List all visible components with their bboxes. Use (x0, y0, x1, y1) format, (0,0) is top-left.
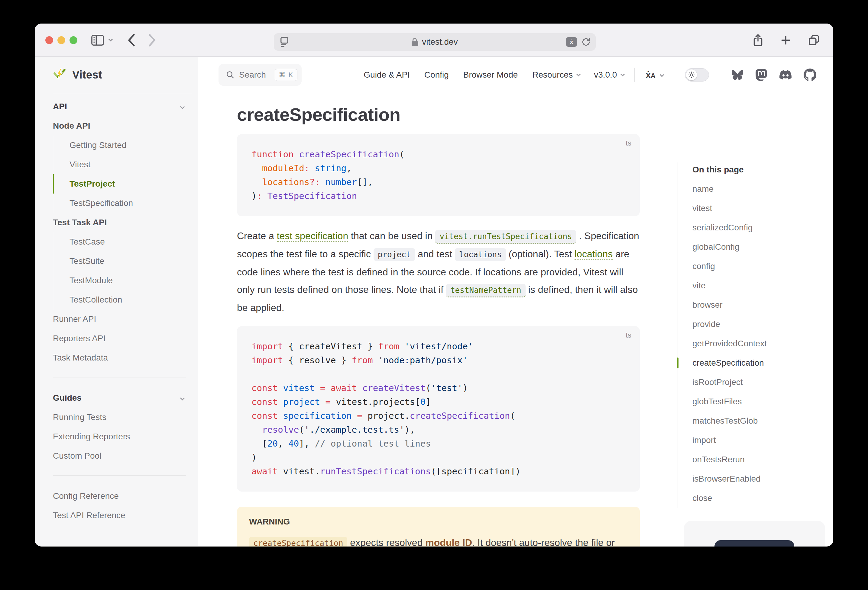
sidebar-item[interactable]: TestModule (53, 271, 186, 290)
toc-item[interactable]: import (692, 431, 823, 450)
sidebar-item[interactable]: API (53, 97, 186, 116)
sidebar-toggle-icon[interactable] (91, 34, 104, 46)
new-tab-icon[interactable] (780, 34, 791, 46)
toc-item[interactable]: browser (692, 295, 823, 315)
inline-link[interactable]: testNamePattern (446, 284, 526, 297)
browser-toolbar: vitest.dev ẋ (35, 24, 833, 57)
sidebar-item[interactable]: Node API (53, 116, 186, 135)
translate-page-icon[interactable]: ẋ (566, 37, 577, 47)
code-block-signature: ts function createSpecification( moduleI… (237, 134, 640, 216)
doc-content: createSpecification ts function createSp… (198, 93, 640, 546)
sidebar-item[interactable]: Custom Pool (53, 446, 186, 466)
url-text[interactable]: vitest.dev (422, 37, 458, 47)
traffic-lights (45, 36, 77, 44)
sidebar-item[interactable]: Config Reference (53, 486, 186, 506)
warning-body: createSpecification expects resolved mod… (249, 534, 628, 546)
toc-item[interactable]: globTestFiles (692, 392, 823, 411)
toc-item[interactable]: vite (692, 276, 823, 295)
reload-icon[interactable] (581, 37, 591, 47)
theme-toggle[interactable] (685, 68, 709, 81)
sidebar-item[interactable]: TestProject (53, 174, 186, 194)
translate-icon: ẋA (645, 70, 655, 80)
nav-divider (720, 68, 720, 82)
sidebar-item[interactable]: Guides (53, 388, 186, 408)
inline-link[interactable]: module ID (425, 537, 472, 546)
logo-text: Vitest (72, 69, 102, 81)
browser-window: vitest.dev ẋ (35, 24, 833, 546)
language-switcher[interactable]: ẋA (645, 70, 663, 80)
sidebar-item[interactable]: Reporters API (53, 329, 186, 348)
sidebar-item[interactable]: Test API Reference (53, 506, 186, 525)
github-icon[interactable] (804, 69, 816, 81)
sidebar-item[interactable]: Getting Started (53, 135, 186, 155)
code-lang-badge: ts (626, 139, 631, 147)
toc-item[interactable]: close (692, 488, 823, 508)
toc-item[interactable]: serializedConfig (692, 218, 823, 237)
sun-icon (688, 71, 695, 78)
search-button[interactable]: Search ⌘ K (218, 64, 302, 86)
minimize-window-button[interactable] (58, 36, 65, 44)
code-lang-badge: ts (626, 331, 631, 339)
sidebar-item[interactable]: Runner API (53, 309, 186, 329)
code-line: const vitest = await createVitest('test'… (251, 381, 625, 395)
sidebar-item[interactable]: TestSpecification (53, 194, 186, 213)
sidebar-item[interactable]: Task Metadata (53, 348, 186, 368)
code-block-example: ts import { createVitest } from 'vitest/… (237, 326, 640, 491)
address-bar[interactable]: vitest.dev ẋ (274, 33, 596, 51)
sidebar-toggle-chevron-icon[interactable] (108, 37, 113, 41)
inline-link[interactable]: locations (574, 249, 613, 260)
discord-icon[interactable] (779, 69, 792, 81)
code-line: const project = vitest.projects[0] (251, 395, 625, 409)
doc-paragraph: Create a test specification that can be … (237, 227, 642, 316)
code-line: moduleId: string, (251, 161, 625, 175)
chevron-down-icon (620, 72, 625, 76)
bluesky-icon[interactable] (731, 69, 744, 81)
chevron-down-icon (576, 72, 580, 76)
sidebar-item[interactable]: Test Task API (53, 213, 186, 232)
toc-item[interactable]: isRootProject (692, 372, 823, 392)
site-navbar: Search ⌘ K Guide & API Config (198, 57, 833, 93)
sidebar-item[interactable]: Running Tests (53, 408, 186, 427)
toc-item[interactable]: matchesTestGlob (692, 411, 823, 431)
toc-item[interactable]: globalConfig (692, 237, 823, 257)
toc-item[interactable]: isBrowserEnabled (692, 469, 823, 488)
inline-code: project (373, 248, 415, 261)
sidebar-item[interactable]: Vitest (53, 155, 186, 174)
toc-item[interactable]: createSpecification (692, 353, 823, 372)
zoom-window-button[interactable] (69, 36, 77, 44)
nav-link[interactable]: Resources (532, 70, 579, 80)
nav-link[interactable]: v3.0.0 (594, 70, 623, 80)
toc-item[interactable]: config (692, 257, 823, 276)
nav-links: Guide & API Config Browser Mode Resource… (363, 70, 623, 80)
toc-item[interactable]: provide (692, 315, 823, 334)
sidebar-nav: API Node API Getting Started Vitest Test… (35, 93, 198, 525)
toc-item[interactable]: vitest (692, 199, 823, 218)
sidebar-item[interactable]: Extending Reporters (53, 427, 186, 446)
sidebar-item[interactable]: TestSuite (53, 252, 186, 271)
sidebar-item[interactable]: TestCollection (53, 290, 186, 309)
logo[interactable]: Vitest (35, 57, 198, 93)
search-label: Search (239, 70, 275, 80)
inline-link[interactable]: test specification (277, 230, 348, 242)
sidebar-item[interactable]: TestCase (53, 232, 186, 252)
mastodon-icon[interactable] (755, 69, 768, 81)
share-icon[interactable] (752, 34, 764, 47)
forward-button[interactable] (148, 34, 157, 47)
code-lines: function createSpecification( moduleId: … (251, 147, 625, 203)
inline-link[interactable]: vitest.runTestSpecifications (435, 230, 576, 244)
toc-item[interactable]: name (692, 180, 823, 199)
close-window-button[interactable] (45, 36, 53, 44)
toc-item[interactable]: getProvidedContext (692, 334, 823, 353)
toc-list: name vitest serializedConfig globalConfi… (692, 180, 823, 508)
back-button[interactable] (127, 34, 136, 47)
toc-item[interactable]: onTestsRerun (692, 450, 823, 469)
code-line: import { createVitest } from 'vitest/nod… (251, 339, 625, 353)
search-shortcut: ⌘ K (275, 69, 297, 81)
nav-link[interactable]: Config (424, 70, 449, 80)
tls-lock-icon (412, 38, 418, 46)
sponsor-card[interactable]: </> (684, 521, 825, 546)
nav-link[interactable]: Guide & API (363, 70, 410, 80)
nav-link[interactable]: Browser Mode (463, 70, 518, 80)
tab-overview-icon[interactable] (808, 34, 820, 46)
search-icon (226, 71, 235, 79)
